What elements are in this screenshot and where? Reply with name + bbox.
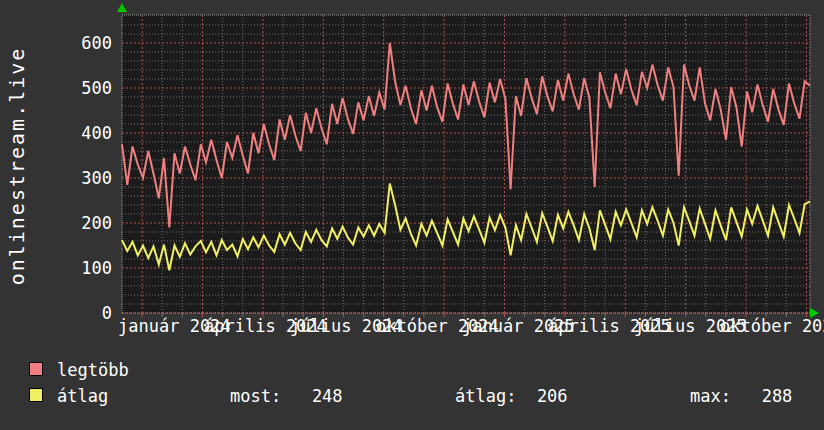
rrd-graph: onlinestream.live 0100200300400500600 ja… [0,0,824,430]
vertical-axis-title: onlinestream.live [5,47,29,286]
y-axis-tick-label: 200 [64,214,112,232]
y-axis-tick-label: 0 [64,304,112,322]
y-axis-tick-label: 500 [64,79,112,97]
y-axis-tick-label: 400 [64,124,112,142]
stat-most: most: 248 [230,387,343,405]
x-axis-tick-label: október 2025 [720,317,824,335]
stat-max: max: 288 [690,387,792,405]
legend-swatch-legtobb [29,362,43,376]
stat-atlag: átlag: 206 [455,387,568,405]
legend-label-legtobb: legtöbb [57,361,129,379]
y-axis-tick-label: 100 [64,259,112,277]
y-axis-tick-label: 600 [64,34,112,52]
y-axis-tick-label: 300 [64,169,112,187]
legend-label-atlag: átlag [57,387,108,405]
legend-swatch-atlag [29,388,43,402]
y-axis-up-arrow-icon [117,3,127,12]
